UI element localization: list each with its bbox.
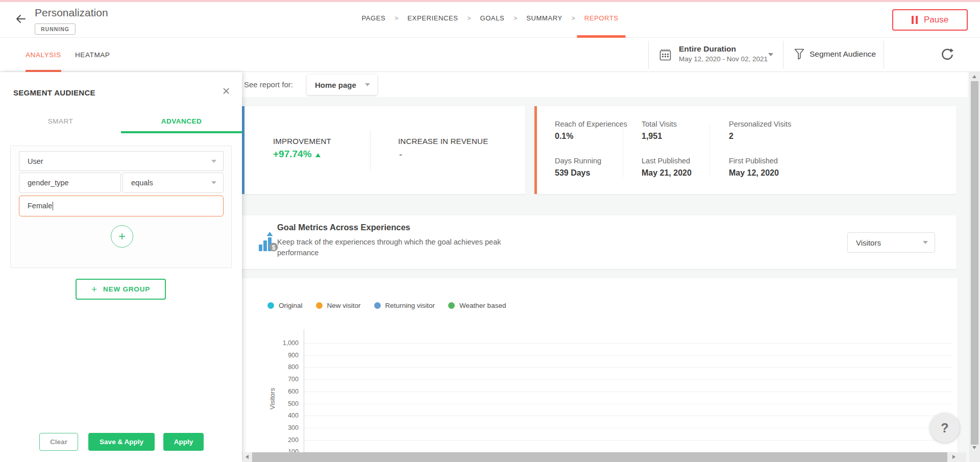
text-cursor xyxy=(53,202,53,210)
entity-select-value: User xyxy=(28,157,43,165)
revenue-value: - xyxy=(399,150,402,160)
breadcrumb-item-pages[interactable]: PAGES xyxy=(361,14,385,23)
breadcrumb: PAGES>EXPERIENCES>GOALS>SUMMARY>REPORTS xyxy=(361,14,618,23)
scroll-up-arrow-icon[interactable] xyxy=(972,75,976,78)
tab-analysis-label: ANALYSIS xyxy=(26,51,61,59)
stat-value: 0.1% xyxy=(555,132,573,141)
breadcrumb-item-experiences[interactable]: EXPERIENCES xyxy=(407,14,458,23)
condition-group: User gender_type equals Female + xyxy=(10,145,232,268)
segment-panel-title: SEGMENT AUDIENCE xyxy=(13,88,95,97)
y-tick-label: 700 xyxy=(242,375,299,383)
breadcrumb-item-reports[interactable]: REPORTS xyxy=(584,14,619,23)
tab-smart[interactable]: SMART xyxy=(0,109,121,133)
segment-audience-panel: SEGMENT AUDIENCE × SMART ADVANCED User g… xyxy=(0,72,242,462)
stat-label: Personalized Visits xyxy=(729,120,791,128)
y-tick-label: 200 xyxy=(242,436,299,444)
refresh-icon xyxy=(940,55,954,63)
operator-select-value: equals xyxy=(131,179,153,187)
close-icon[interactable]: × xyxy=(217,82,235,100)
tab-analysis[interactable]: ANALYSIS xyxy=(26,38,61,72)
stat-label: Last Published xyxy=(642,157,690,165)
improvement-card: IMPROVEMENT +97.74% INCREASE IN REVENUE … xyxy=(242,106,525,194)
chevron-down-icon xyxy=(211,160,216,163)
date-filter-title: Entire Duration xyxy=(679,43,768,54)
stat-value: 539 Days xyxy=(555,168,590,178)
save-and-apply-button[interactable]: Save & Apply xyxy=(88,433,155,451)
date-filter-range: May 12, 2020 - Nov 02, 2021 xyxy=(679,54,768,64)
clear-button[interactable]: Clear xyxy=(39,433,78,451)
improvement-label: IMPROVEMENT xyxy=(273,137,331,145)
metric-selector-dropdown[interactable]: Visitors xyxy=(847,232,935,253)
pause-button[interactable]: Pause xyxy=(892,9,968,31)
chevron-down-icon xyxy=(365,83,370,86)
segment-audience-toggle[interactable]: Segment Audience xyxy=(810,50,876,59)
goal-metrics-title: Goal Metrics Across Experiences xyxy=(277,223,410,232)
breadcrumb-separator-icon: > xyxy=(572,15,575,22)
goal-metrics-description: Keep track of the experiences through wh… xyxy=(277,237,517,258)
gridline xyxy=(304,392,952,392)
toolbar-divider xyxy=(783,41,783,69)
attribute-input[interactable]: gender_type xyxy=(19,173,121,193)
scroll-left-arrow-icon[interactable] xyxy=(246,455,249,459)
status-badge: RUNNING xyxy=(35,23,76,35)
y-tick-label: 300 xyxy=(242,424,299,432)
tab-advanced-underline xyxy=(121,131,242,133)
help-button[interactable]: ? xyxy=(930,413,960,443)
calendar-icon xyxy=(658,47,672,64)
tab-advanced[interactable]: ADVANCED xyxy=(121,109,242,133)
stat-label: First Published xyxy=(729,157,778,165)
y-tick-label: 500 xyxy=(242,400,299,408)
gridline xyxy=(304,343,952,344)
card-divider xyxy=(709,124,710,178)
add-condition-button[interactable]: + xyxy=(111,225,133,248)
trend-up-icon xyxy=(315,153,321,157)
vertical-scrollbar-thumb[interactable] xyxy=(971,81,978,445)
plus-icon: + xyxy=(91,284,97,295)
toolbar: ANALYSIS HEATMAP Entire Duration May 12,… xyxy=(0,38,980,72)
y-tick-label: 800 xyxy=(242,363,299,371)
new-group-button[interactable]: + NEW GROUP xyxy=(76,279,166,300)
page-selector-dropdown[interactable]: Home page xyxy=(307,75,377,95)
stat-label: Reach of Experiences xyxy=(555,120,627,128)
breadcrumb-item-goals[interactable]: GOALS xyxy=(480,14,504,23)
value-input[interactable]: Female xyxy=(19,196,224,216)
vertical-scrollbar[interactable] xyxy=(969,72,980,452)
gridline xyxy=(304,355,952,356)
stat-label: Total Visits xyxy=(642,120,677,128)
entity-select[interactable]: User xyxy=(19,151,224,171)
question-mark-icon: ? xyxy=(941,421,948,435)
toolbar-divider xyxy=(648,41,649,69)
scroll-down-arrow-icon[interactable] xyxy=(972,446,976,449)
gridline xyxy=(304,428,952,428)
tab-heatmap-label: HEATMAP xyxy=(75,51,110,59)
new-group-label: NEW GROUP xyxy=(103,285,150,293)
date-range-filter[interactable]: Entire Duration May 12, 2020 - Nov 02, 2… xyxy=(679,43,768,64)
stats-card: Reach of Experiences 0.1% Total Visits 1… xyxy=(534,106,957,194)
apply-button[interactable]: Apply xyxy=(163,433,204,451)
page-title: Personalization xyxy=(35,7,108,19)
back-button[interactable] xyxy=(12,11,30,29)
chevron-down-icon xyxy=(923,241,928,244)
horizontal-scrollbar[interactable] xyxy=(243,452,966,462)
date-filter-caret-icon[interactable] xyxy=(768,53,773,56)
gridline xyxy=(304,416,952,416)
gridline xyxy=(304,440,952,441)
chart-plot: Visitors 1,00090080070060050040030020010… xyxy=(242,278,958,452)
stat-value: 1,951 xyxy=(642,132,662,141)
toolbar-divider xyxy=(884,41,884,69)
revenue-label: INCREASE IN REVENUE xyxy=(398,137,488,145)
stat-value: 2 xyxy=(729,132,733,141)
tab-heatmap[interactable]: HEATMAP xyxy=(75,38,110,72)
breadcrumb-item-summary[interactable]: SUMMARY xyxy=(526,14,562,23)
y-tick-label: 100 xyxy=(242,448,299,452)
scroll-right-arrow-icon[interactable] xyxy=(952,455,955,459)
see-report-label: See report for: xyxy=(244,80,293,89)
attribute-input-value: gender_type xyxy=(28,179,69,187)
gridline xyxy=(304,404,952,404)
refresh-button[interactable] xyxy=(940,47,955,63)
operator-select[interactable]: equals xyxy=(122,173,224,193)
stat-value: May 21, 2020 xyxy=(642,168,692,178)
card-divider xyxy=(623,124,623,178)
header: Personalization RUNNING PAGES>EXPERIENCE… xyxy=(0,2,980,38)
horizontal-scrollbar-thumb[interactable] xyxy=(252,452,947,462)
